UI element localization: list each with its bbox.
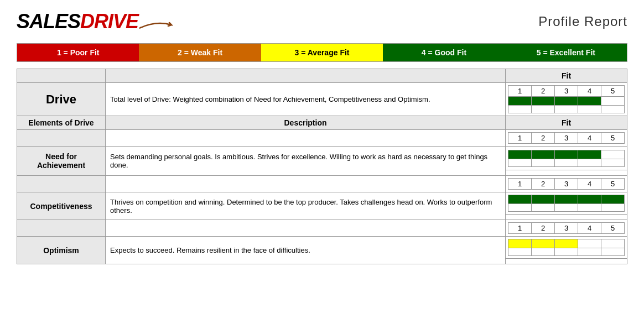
elements-label: Elements of Drive [17, 116, 106, 130]
opt-fit-bar [508, 239, 625, 248]
opt-fit-num-5: 5 [601, 223, 625, 234]
opt-fit-bottom [508, 248, 625, 256]
nfa-bar-1 [508, 150, 532, 159]
drive-fit-area: 1 2 3 4 5 [506, 83, 627, 116]
comp-bottom-5 [601, 204, 625, 212]
legend-weak: 2 = Weak Fit [139, 44, 261, 61]
opt-bottom-1 [508, 248, 532, 256]
drive-fit-num-1: 1 [508, 86, 532, 97]
drive-fit-num-2: 2 [532, 86, 555, 97]
opt-bar-1 [508, 239, 532, 248]
comp-header-row: 1 2 3 4 5 [17, 176, 627, 192]
opt-fit-bar-table [508, 239, 625, 256]
nfa-header-row: 1 2 3 4 5 [17, 130, 627, 147]
nfa-spacer [506, 170, 627, 176]
main-table: Fit Drive Total level of Drive: Weighted… [17, 69, 627, 264]
legend-average: 3 = Average Fit [261, 44, 383, 61]
drive-header-row: Fit [17, 69, 627, 83]
legend-bar: 1 = Poor Fit 2 = Weak Fit 3 = Average Fi… [17, 43, 627, 62]
comp-fit-num-1: 1 [508, 179, 532, 190]
drive-fit-num-5: 5 [601, 86, 625, 97]
comp-spacer [506, 215, 627, 220]
comp-bottom-4 [578, 204, 601, 212]
opt-fit-numbers: 1 2 3 4 5 [508, 223, 625, 234]
opt-desc-empty [106, 220, 506, 237]
comp-bottom-2 [532, 204, 555, 212]
nfa-description: Sets demanding personal goals. Is ambiti… [106, 147, 506, 176]
nfa-bar-3 [555, 150, 578, 159]
comp-desc-empty [106, 176, 506, 192]
drive-fit-bar [508, 97, 625, 106]
drive-label-header-empty [17, 69, 106, 83]
drive-bottom-2 [532, 106, 555, 113]
opt-bottom-5 [601, 248, 625, 256]
opt-bar-2 [532, 239, 555, 248]
nfa-desc-header-empty [106, 130, 506, 147]
drive-fit-header: Fit [506, 69, 627, 83]
nfa-fit-numbers: 1 2 3 4 5 [508, 133, 625, 144]
opt-description: Expects to succeed. Remains resilient in… [106, 237, 506, 264]
header: SALESDRIVE Profile Report [0, 0, 644, 39]
logo-arrow-icon [139, 20, 173, 30]
nfa-fit-num-1: 1 [508, 133, 532, 144]
legend-poor: 1 = Poor Fit [17, 44, 139, 61]
comp-label-empty [17, 176, 106, 192]
nfa-fit-bar-cell [506, 147, 627, 170]
opt-fit-num-4: 4 [578, 223, 601, 234]
comp-fit-num-2: 2 [532, 179, 555, 190]
opt-bottom-2 [532, 248, 555, 256]
nfa-data-row: Need for Achievement Sets demanding pers… [17, 147, 627, 170]
opt-bar-5 [601, 239, 625, 248]
drive-bottom-5 [601, 106, 625, 113]
comp-fit-num-3: 3 [555, 179, 578, 190]
comp-fit-number-table: 1 2 3 4 5 [508, 178, 625, 190]
legend-excellent: 5 = Excellent Fit [505, 44, 627, 61]
nfa-bottom-2 [532, 159, 555, 166]
opt-fit-bar-cell [506, 237, 627, 259]
opt-header-row: 1 2 3 4 5 [17, 220, 627, 237]
drive-data-row: Drive Total level of Drive: Weighted com… [17, 83, 627, 116]
opt-fit-num-1: 1 [508, 223, 532, 234]
elements-header-row: Elements of Drive Description Fit [17, 116, 627, 130]
comp-fit-numbers-cell: 1 2 3 4 5 [506, 176, 627, 192]
drive-bottom-3 [555, 106, 578, 113]
elements-fit-header: Fit [506, 116, 627, 130]
opt-fit-numbers-cell: 1 2 3 4 5 [506, 220, 627, 237]
comp-fit-num-4: 4 [578, 179, 601, 190]
nfa-bar-4 [578, 150, 601, 159]
comp-fit-bar-cell [506, 192, 627, 215]
nfa-bottom-1 [508, 159, 532, 166]
opt-bottom-4 [578, 248, 601, 256]
drive-fit-numbers: 1 2 3 4 5 [508, 86, 625, 97]
nfa-fit-num-4: 4 [578, 133, 601, 144]
nfa-fit-number-table: 1 2 3 4 5 [508, 132, 625, 144]
drive-description: Total level of Drive: Weighted combinati… [106, 83, 506, 116]
comp-bar-3 [555, 195, 578, 204]
drive-bar-5 [601, 97, 625, 106]
drive-fit-bottom [508, 106, 625, 113]
nfa-fit-bar [508, 150, 625, 159]
nfa-fit-num-2: 2 [532, 133, 555, 144]
nfa-fit-bottom [508, 159, 625, 166]
opt-bar-4 [578, 239, 601, 248]
drive-bar-2 [532, 97, 555, 106]
drive-bottom-4 [578, 106, 601, 113]
drive-desc-header-empty [106, 69, 506, 83]
profile-report-title: Profile Report [538, 14, 627, 29]
comp-bar-2 [532, 195, 555, 204]
nfa-fit-numbers-cell: 1 2 3 4 5 [506, 130, 627, 147]
comp-fit-bottom [508, 204, 625, 212]
drive-bar-3 [555, 97, 578, 106]
opt-fit-num-3: 3 [555, 223, 578, 234]
comp-fit-num-5: 5 [601, 179, 625, 190]
description-header: Description [106, 116, 506, 130]
opt-label-empty [17, 220, 106, 237]
comp-fit-bar-table [508, 195, 625, 212]
logo-drive-text: DRIVE [80, 10, 138, 33]
logo-sales-text: SALES [17, 10, 80, 33]
nfa-bar-2 [532, 150, 555, 159]
nfa-label: Need for Achievement [17, 147, 106, 176]
nfa-bottom-5 [601, 159, 625, 166]
drive-bar-4 [578, 97, 601, 106]
opt-label: Optimism [17, 237, 106, 264]
